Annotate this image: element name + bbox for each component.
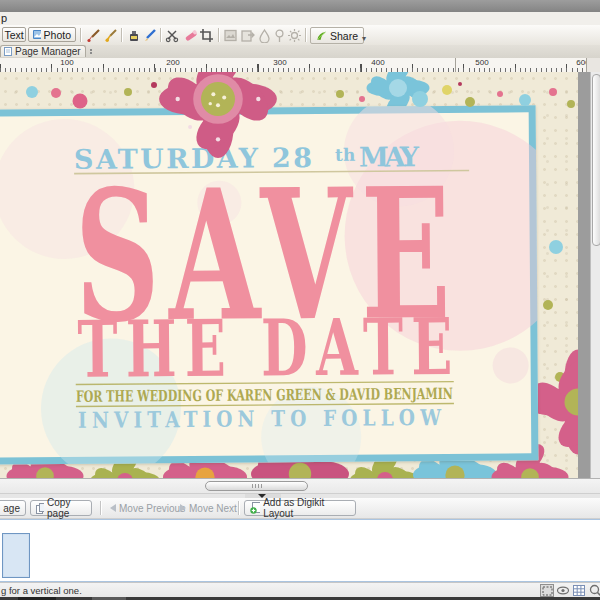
toolbar-overflow-icon[interactable]: ▾ (362, 34, 366, 43)
effects-disabled-icon[interactable] (287, 28, 302, 43)
ink-bottle-icon[interactable] (126, 28, 141, 43)
page-button-partial-label: age (3, 503, 20, 514)
crop-icon[interactable] (199, 28, 214, 43)
card-design-object[interactable]: SATURDAY 28 th MAY SAVE THE DATE FOR THE… (0, 105, 538, 464)
marquee-mode-icon[interactable] (540, 584, 554, 597)
page-icon (4, 47, 12, 56)
add-digikit-label: Add as Digikit Layout (263, 497, 350, 519)
horizontal-scrollbar-thumb[interactable] (205, 481, 308, 491)
add-digikit-layout-button[interactable]: Add as Digikit Layout (244, 500, 356, 516)
horizontal-ruler: 100 200 300 400 500 600 (0, 58, 600, 73)
button-separator (238, 501, 240, 515)
zoom-magnifier-icon[interactable] (588, 584, 600, 597)
share-icon (316, 30, 327, 41)
horizontal-scrollbar[interactable] (0, 478, 600, 493)
vertical-scrollbar-thumb[interactable] (592, 74, 600, 246)
copy-page-icon (36, 503, 44, 514)
pasteboard (578, 72, 590, 478)
ruler-page-seam (455, 58, 456, 72)
toolbar-separator (121, 28, 123, 42)
page-button-partial[interactable]: age (0, 500, 26, 516)
toolbar-separator (80, 28, 82, 42)
toolbar-separator (218, 28, 220, 42)
scissors-icon[interactable] (165, 28, 180, 43)
add-digikit-icon (250, 502, 260, 514)
design-canvas[interactable]: SATURDAY 28 th MAY SAVE THE DATE FOR THE… (0, 72, 600, 478)
menu-bar: p (0, 12, 600, 25)
share-label: Share (330, 30, 358, 42)
image-disabled-icon[interactable] (223, 28, 238, 43)
copy-page-label: Copy page (47, 497, 86, 519)
page-thumbnail-selected[interactable] (2, 533, 30, 578)
menu-item-partial[interactable]: p (1, 12, 7, 24)
vertical-scrollbar[interactable] (590, 72, 600, 478)
pin-disabled-icon[interactable] (272, 28, 287, 43)
move-previous-icon (110, 504, 116, 512)
ruler-end-box (586, 58, 600, 72)
card-names-line[interactable]: FOR THE WEDDING OF KAREN GREEN & DAVID B… (76, 384, 453, 406)
tab-page-manager[interactable]: Page Manager (0, 45, 86, 57)
status-message: g for a vertical one. (1, 585, 82, 596)
move-next-button[interactable]: Move Next (176, 500, 241, 516)
scrollbar-grip (252, 484, 264, 488)
ruler-label: 400 (371, 58, 384, 67)
photo-tool-label: Photo (44, 29, 71, 41)
move-next-icon (180, 504, 186, 512)
eraser-icon[interactable] (183, 28, 198, 43)
page-manager-panel (0, 519, 600, 582)
toolbar-separator (305, 28, 307, 42)
ruler-label: 200 (166, 58, 179, 67)
application-window: p Text Photo Share ▾ (0, 0, 600, 600)
export-disabled-icon[interactable] (240, 28, 255, 43)
pencil-icon[interactable] (143, 28, 158, 43)
status-bar: g for a vertical one. (0, 582, 600, 597)
grid-view-icon[interactable] (572, 584, 586, 597)
card-footer-line[interactable]: INVITATION TO FOLLOW (78, 404, 446, 433)
main-toolbar: Text Photo Share ▾ (0, 25, 600, 46)
photo-icon (33, 30, 41, 39)
toolbar-separator (160, 28, 162, 42)
card-artwork: SATURDAY 28 th MAY SAVE THE DATE FOR THE… (0, 105, 538, 464)
ruler-label: 300 (273, 58, 286, 67)
visibility-eye-icon[interactable] (556, 584, 570, 597)
button-separator (100, 501, 102, 515)
photo-tool-button[interactable]: Photo (28, 27, 76, 42)
card-headline-thedate[interactable]: THE DATE (77, 301, 461, 395)
page-controls-bar: age Copy page Move Previous Move Next Ad… (0, 498, 600, 519)
text-tool-label: Text (4, 29, 23, 41)
paint-format-icon[interactable] (104, 28, 119, 43)
ruler-label: 100 (60, 58, 73, 67)
tab-bar: Page Manager (0, 45, 600, 59)
text-tool-button[interactable]: Text (2, 27, 26, 42)
paintbrush-icon[interactable] (86, 28, 101, 43)
copy-page-button[interactable]: Copy page (30, 500, 92, 516)
lasso-disabled-icon[interactable] (257, 28, 272, 43)
ruler-label: 500 (475, 58, 488, 67)
move-next-label: Move Next (189, 503, 237, 514)
tab-page-manager-label: Page Manager (15, 46, 81, 57)
share-button[interactable]: Share (310, 27, 364, 44)
tab-options-grip[interactable] (90, 49, 95, 55)
